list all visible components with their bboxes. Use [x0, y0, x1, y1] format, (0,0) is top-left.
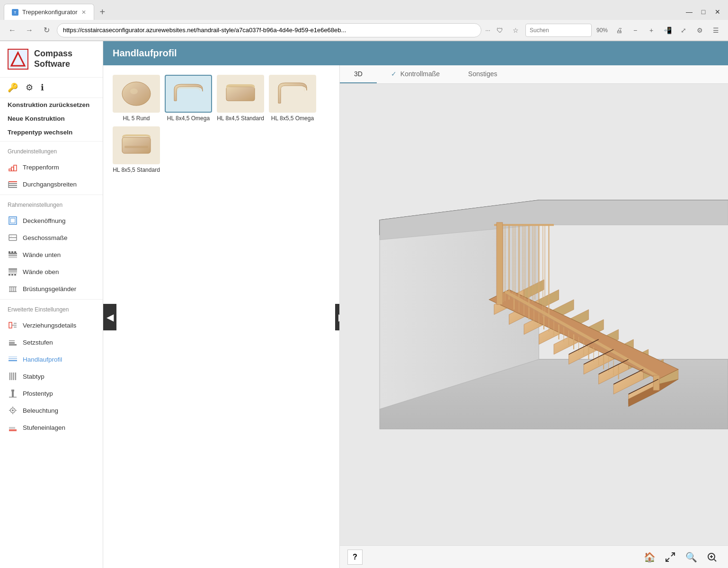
- svg-rect-134: [497, 222, 503, 304]
- sidebar-item-decoration[interactable]: Verziehungsdetails: [0, 317, 103, 334]
- info-icon[interactable]: ℹ: [41, 82, 44, 93]
- ceiling-label: Deckenöffnung: [23, 217, 66, 224]
- sidebar-item-rod[interactable]: Stabtyp: [0, 368, 103, 385]
- expand-icon[interactable]: ⤢: [677, 24, 690, 37]
- handrail-label: Handlaufprofil: [23, 356, 62, 363]
- view-controls: 🏠 🔍: [641, 549, 720, 566]
- floor-label: Geschossmaße: [23, 234, 68, 241]
- svg-rect-46: [9, 358, 17, 359]
- basic-settings-label: Grundeinstellungen: [8, 148, 95, 155]
- sidebar-item-handrail[interactable]: Handlaufprofil: [0, 351, 103, 368]
- gear-icon[interactable]: ⚙: [26, 82, 33, 93]
- profile-thumb-hl8x45omega: [165, 75, 212, 113]
- risers-label: Setzstufen: [23, 339, 53, 346]
- minimize-button[interactable]: —: [683, 5, 696, 18]
- back-button[interactable]: ←: [6, 24, 19, 37]
- svg-rect-24: [11, 251, 13, 253]
- fullscreen-button[interactable]: [662, 549, 679, 566]
- svg-rect-10: [9, 187, 17, 188]
- profile-item-hl8x55standard[interactable]: HL 8x5,5 Standard: [113, 126, 160, 173]
- svg-rect-31: [14, 274, 16, 275]
- tab-control[interactable]: ✓ Kontrollmaße: [377, 65, 454, 83]
- close-button[interactable]: ✕: [711, 5, 724, 18]
- zoom-search-button[interactable]: 🔍: [683, 549, 700, 566]
- sidebar-item-lighting[interactable]: Beleuchtung: [0, 402, 103, 419]
- check-icon: ✓: [391, 70, 397, 78]
- sidebar-item-walls-top[interactable]: Wände oben: [0, 263, 103, 280]
- sidebar-item-floor[interactable]: ↕ Geschossmaße: [0, 229, 103, 246]
- svg-rect-47: [9, 356, 17, 357]
- profile-label-hl8x45omega: HL 8x4,5 Omega: [167, 115, 210, 122]
- frame-settings-section: Rahmeneinstellungen: [0, 197, 103, 212]
- home-view-button[interactable]: 🏠: [641, 549, 658, 566]
- tab-misc[interactable]: Sonstiges: [454, 65, 511, 83]
- inlays-label: Stufeneinlagen: [23, 424, 65, 431]
- tab-3d[interactable]: 3D: [340, 65, 377, 83]
- sidebar-item-ceiling[interactable]: Deckenöffnung: [0, 212, 103, 229]
- svg-rect-61: [9, 429, 17, 431]
- profile-item-hl8x45standard[interactable]: HL 8x4,5 Standard: [217, 75, 264, 122]
- svg-rect-67: [124, 146, 148, 148]
- reload-button[interactable]: ↻: [40, 24, 53, 37]
- svg-line-141: [671, 553, 675, 556]
- svg-rect-20: [9, 253, 17, 254]
- new-construction-button[interactable]: Neue Konstruktion: [0, 112, 103, 125]
- profile-item-hl5rund[interactable]: HL 5 Rund: [113, 75, 160, 122]
- sidebar-item-post[interactable]: Pfostentyp: [0, 385, 103, 402]
- frame-settings-label: Rahmeneinstellungen: [8, 202, 95, 208]
- reset-button[interactable]: Konstruktion zurücksetzen: [0, 98, 103, 112]
- next-arrow-button[interactable]: ▶: [335, 304, 340, 330]
- stair-3d-svg: [340, 84, 728, 545]
- sidebar-item-risers[interactable]: Setzstufen: [0, 334, 103, 351]
- key-icon[interactable]: 🔑: [8, 82, 18, 93]
- profile-label-hl8x55standard: HL 8x5,5 Standard: [113, 167, 160, 173]
- browser-tab[interactable]: T Treppenkonfigurator ✕: [4, 4, 94, 20]
- svg-rect-42: [9, 344, 17, 346]
- help-button[interactable]: ?: [347, 550, 363, 565]
- divider-3: [0, 299, 103, 300]
- svg-rect-6: [14, 165, 17, 171]
- zoom-in-button[interactable]: [703, 549, 720, 566]
- svg-rect-27: [9, 270, 17, 272]
- restore-button[interactable]: □: [697, 5, 710, 18]
- menu-icon[interactable]: ☰: [709, 24, 722, 37]
- zoom-plus-icon[interactable]: +: [645, 24, 658, 37]
- stairform-label: Treppenform: [23, 164, 59, 171]
- walls-top-icon: [8, 266, 18, 277]
- tab-favicon: T: [12, 9, 18, 16]
- address-input[interactable]: [57, 23, 481, 37]
- profile-label-hl8x55omega: HL 8x5,5 Omega: [271, 115, 314, 122]
- profile-thumb-hl8x55omega: [269, 75, 316, 113]
- sidebar-item-inlays[interactable]: Stufeneinlagen: [0, 419, 103, 436]
- svg-line-144: [714, 559, 716, 561]
- main-content: Handlaufprofil ◀: [103, 41, 728, 568]
- sidebar-item-passagewidth[interactable]: Durchgangsbreiten: [0, 176, 103, 193]
- svg-line-3: [11, 53, 18, 66]
- svg-rect-8: [9, 183, 17, 184]
- new-tab-button[interactable]: +: [96, 7, 109, 17]
- cast-icon[interactable]: 📲: [661, 24, 674, 37]
- window-controls: — □ ✕: [683, 5, 724, 18]
- svg-rect-29: [9, 274, 10, 275]
- switch-stair-type-button[interactable]: Treppentyp wechseln: [0, 125, 103, 139]
- zoom-minus-icon[interactable]: −: [629, 24, 642, 37]
- search-input[interactable]: [525, 24, 592, 37]
- svg-rect-12: [9, 217, 17, 224]
- profile-item-hl8x45omega[interactable]: HL 8x4,5 Omega: [165, 75, 212, 122]
- sidebar-item-stairform[interactable]: Treppenform: [0, 159, 103, 176]
- tab-close-button[interactable]: ✕: [81, 9, 86, 16]
- settings-icon[interactable]: ⚙: [693, 24, 706, 37]
- forward-button[interactable]: →: [23, 24, 36, 37]
- svg-rect-43: [9, 342, 15, 344]
- app-container: Compass Software 🔑 ⚙ ℹ Konstruktion zurü…: [0, 41, 728, 568]
- print-icon[interactable]: 🖨: [613, 24, 626, 37]
- decoration-label: Verziehungsdetails: [23, 322, 76, 329]
- sidebar-item-walls-bottom[interactable]: Wände unten: [0, 246, 103, 263]
- bookmark-icon[interactable]: ☆: [509, 24, 523, 37]
- shield-icon[interactable]: 🛡: [493, 24, 506, 37]
- svg-rect-53: [12, 391, 14, 397]
- svg-marker-2: [11, 53, 25, 66]
- sidebar-item-railing[interactable]: Brüstungsgeländer: [0, 280, 103, 297]
- prev-arrow-button[interactable]: ◀: [103, 304, 116, 330]
- profile-item-hl8x55omega[interactable]: HL 8x5,5 Omega: [269, 75, 316, 122]
